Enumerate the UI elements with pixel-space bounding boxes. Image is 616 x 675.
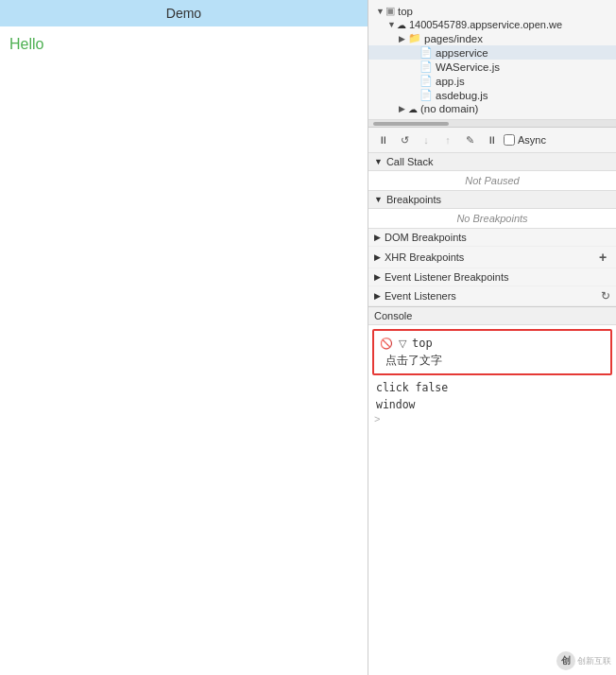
tree-root-label: top	[398, 6, 413, 17]
console-row-click: click false	[368, 379, 616, 396]
deactivate-button[interactable]: ✎	[460, 130, 479, 149]
callstack-content: Not Paused	[368, 171, 616, 191]
tree-item-asdebugjs[interactable]: 📄 asdebug.js	[368, 88, 616, 102]
tree-item-no-domain[interactable]: ▶ ☁ (no domain)	[368, 102, 616, 115]
devtools-panel: ▼ ▣ top ▼ ☁ 1400545789.appservice.open.w…	[368, 0, 616, 675]
event-listeners-label: Event Listeners	[385, 290, 456, 302]
event-listener-breakpoints-arrow-icon: ▶	[374, 272, 381, 282]
console-title: Console	[374, 310, 412, 321]
mobile-preview-panel: Demo Hello	[0, 0, 368, 675]
callstack-status: Not Paused	[368, 171, 616, 190]
dom-breakpoints-arrow-icon: ▶	[374, 233, 381, 242]
breakpoints-arrow-icon: ▼	[374, 195, 383, 204]
file-icon: 📄	[419, 46, 433, 59]
file-icon: 📄	[419, 75, 433, 87]
scrollbar-thumb[interactable]	[373, 122, 449, 126]
add-xhr-breakpoint-button[interactable]: +	[595, 250, 610, 265]
tree-item-label: 1400545789.appservice.open.we	[409, 19, 562, 30]
console-row-window: window	[368, 396, 616, 413]
cloud-icon: ☁	[408, 104, 418, 114]
callstack-label: Call Stack	[386, 156, 434, 167]
console-top-row: 🚫 ▽ top	[378, 335, 607, 352]
event-listeners-row[interactable]: ▶ Event Listeners ↻	[368, 286, 616, 306]
tree-item-appservice[interactable]: 📄 appservice	[368, 45, 616, 60]
arrow-icon: ▼	[376, 7, 385, 16]
tree-item-label: appservice	[436, 47, 488, 59]
xhr-breakpoints-label: XHR Breakpoints	[385, 251, 464, 263]
watermark-text: 创新互联	[577, 655, 611, 667]
dom-breakpoints-row[interactable]: ▶ DOM Breakpoints	[368, 229, 616, 247]
file-tree: ▼ ▣ top ▼ ☁ 1400545789.appservice.open.w…	[368, 0, 616, 120]
xhr-breakpoints-arrow-icon: ▶	[374, 252, 381, 262]
breakpoints-label: Breakpoints	[386, 194, 441, 205]
debug-toolbar: ⏸ ↺ ↓ ↑ ✎ ⏸ Async	[368, 128, 616, 153]
app-title: Demo	[166, 6, 201, 21]
breakpoints-section-header[interactable]: ▼ Breakpoints	[368, 191, 616, 209]
tree-item-label: (no domain)	[420, 103, 478, 114]
callstack-arrow-icon: ▼	[374, 157, 383, 166]
tree-item-label: pages/index	[424, 33, 483, 44]
folder-icon: 📁	[408, 32, 421, 44]
hello-label: Hello	[9, 36, 43, 52]
breakpoints-status: No Breakpoints	[368, 209, 616, 228]
event-listener-breakpoints-label: Event Listener Breakpoints	[385, 271, 508, 283]
async-text: Async	[518, 134, 546, 146]
tree-item-label: WAService.js	[436, 61, 500, 73]
xhr-breakpoints-row[interactable]: ▶ XHR Breakpoints +	[368, 247, 616, 268]
step-over-button[interactable]: ↺	[395, 130, 414, 149]
dom-breakpoints-label: DOM Breakpoints	[385, 232, 467, 243]
event-listener-breakpoints-row[interactable]: ▶ Event Listener Breakpoints	[368, 268, 616, 286]
console-row-chinese: 点击了文字	[378, 352, 607, 370]
console-header: Console	[368, 306, 616, 325]
async-checkbox[interactable]	[504, 134, 515, 146]
watermark-logo: 创	[556, 651, 575, 670]
folder-icon: ▣	[385, 5, 395, 17]
app-header: Demo	[0, 0, 368, 26]
tree-item-appjs[interactable]: 📄 app.js	[368, 74, 616, 88]
file-icon: 📄	[419, 61, 433, 73]
console-content: 🚫 ▽ top 点击了文字 click false window > 创 创新互…	[368, 325, 616, 675]
cloud-icon: ☁	[397, 20, 406, 30]
arrow-icon: ▼	[387, 20, 397, 29]
tree-item-label: app.js	[436, 76, 465, 87]
pause-exceptions-button[interactable]: ⏸	[482, 130, 501, 149]
tree-root[interactable]: ▼ ▣ top	[368, 4, 616, 18]
tree-item-label: asdebug.js	[436, 90, 488, 101]
arrow-icon: ▶	[399, 34, 408, 43]
refresh-event-listeners-button[interactable]: ↻	[601, 289, 610, 303]
tree-item-waservice[interactable]: 📄 WAService.js	[368, 60, 616, 74]
step-out-button[interactable]: ↑	[438, 130, 457, 149]
app-content: Hello	[0, 26, 368, 675]
pause-button[interactable]: ⏸	[373, 130, 392, 149]
step-into-button[interactable]: ↓	[417, 130, 436, 149]
callstack-section-header[interactable]: ▼ Call Stack	[368, 153, 616, 171]
console-top-label: top	[412, 337, 433, 350]
breakpoints-content: No Breakpoints	[368, 209, 616, 229]
file-icon: 📄	[419, 89, 433, 101]
console-highlight-box: 🚫 ▽ top 点击了文字	[372, 329, 612, 375]
arrow-icon: ▶	[399, 104, 408, 113]
tree-item-pages-index[interactable]: ▶ 📁 pages/index	[368, 31, 616, 45]
block-icon: 🚫	[380, 338, 393, 350]
watermark: 创 创新互联	[556, 651, 611, 670]
console-prompt[interactable]: >	[368, 413, 616, 424]
event-listeners-arrow-icon: ▶	[374, 291, 381, 301]
async-label[interactable]: Async	[504, 134, 546, 146]
filter-icon: ▽	[399, 338, 406, 350]
tree-item-cloud-domain[interactable]: ▼ ☁ 1400545789.appservice.open.we	[368, 18, 616, 31]
horizontal-scrollbar[interactable]	[368, 120, 616, 128]
